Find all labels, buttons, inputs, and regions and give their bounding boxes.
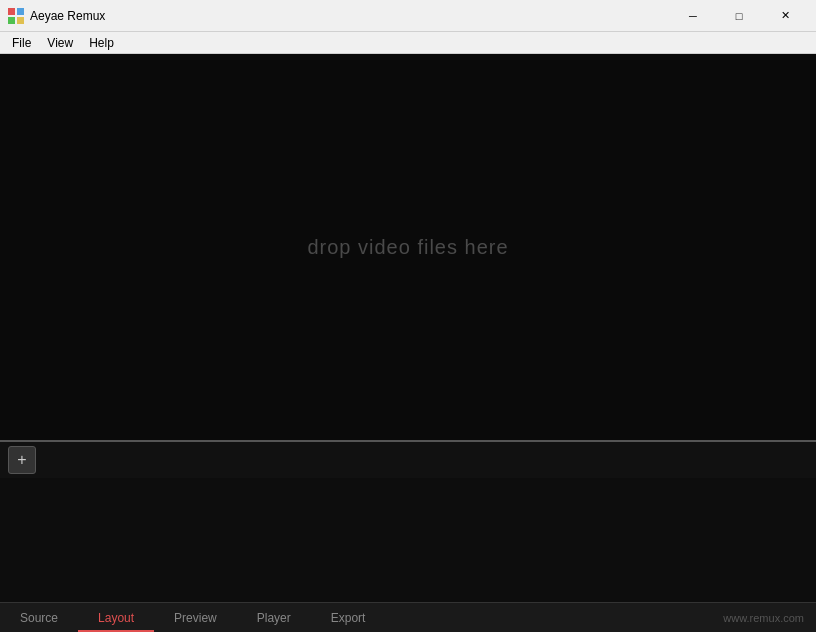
status-tabs: Source Layout Preview Player Export [0,603,385,632]
tab-source[interactable]: Source [0,603,78,632]
svg-rect-2 [8,17,15,24]
tab-layout[interactable]: Layout [78,603,154,632]
title-bar-controls: ─ □ ✕ [670,0,808,32]
tab-player[interactable]: Player [237,603,311,632]
add-track-button[interactable]: + [8,446,36,474]
status-right-text: www.remux.com [723,612,816,624]
svg-rect-1 [17,8,24,15]
title-bar: Aeyae Remux ─ □ ✕ [0,0,816,32]
menu-view[interactable]: View [39,32,81,53]
video-area[interactable]: drop video files here [0,54,816,442]
drop-hint-text: drop video files here [307,236,508,259]
tab-export[interactable]: Export [311,603,386,632]
app-title: Aeyae Remux [30,9,105,23]
title-bar-left: Aeyae Remux [8,8,105,24]
svg-rect-3 [17,17,24,24]
status-bar: Source Layout Preview Player Export www.… [0,602,816,632]
timeline-area: + [0,442,816,602]
timeline-tracks[interactable] [0,478,816,602]
menu-bar: File View Help [0,32,816,54]
close-button[interactable]: ✕ [762,0,808,32]
svg-rect-0 [8,8,15,15]
maximize-button[interactable]: □ [716,0,762,32]
timeline-toolbar: + [0,442,816,478]
tab-preview[interactable]: Preview [154,603,237,632]
menu-help[interactable]: Help [81,32,122,53]
main-content: drop video files here + [0,54,816,602]
app-icon [8,8,24,24]
minimize-button[interactable]: ─ [670,0,716,32]
menu-file[interactable]: File [4,32,39,53]
